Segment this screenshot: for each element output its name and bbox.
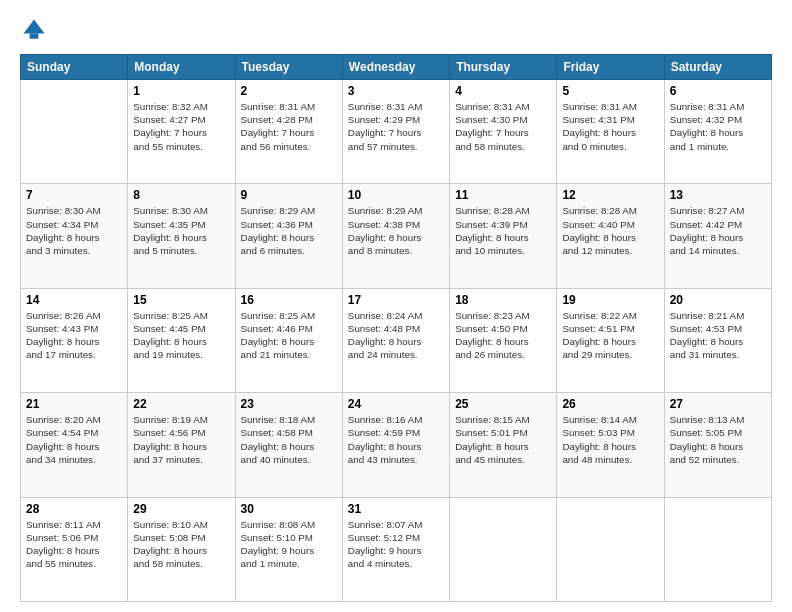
day-number: 2 xyxy=(241,84,337,98)
day-number: 8 xyxy=(133,188,229,202)
calendar-cell: 15Sunrise: 8:25 AMSunset: 4:45 PMDayligh… xyxy=(128,288,235,392)
day-info: Sunrise: 8:31 AMSunset: 4:28 PMDaylight:… xyxy=(241,100,337,153)
calendar-cell: 14Sunrise: 8:26 AMSunset: 4:43 PMDayligh… xyxy=(21,288,128,392)
page: SundayMondayTuesdayWednesdayThursdayFrid… xyxy=(0,0,792,612)
calendar-cell: 31Sunrise: 8:07 AMSunset: 5:12 PMDayligh… xyxy=(342,497,449,601)
day-number: 3 xyxy=(348,84,444,98)
calendar-cell: 12Sunrise: 8:28 AMSunset: 4:40 PMDayligh… xyxy=(557,184,664,288)
svg-marker-0 xyxy=(24,20,45,34)
calendar-cell: 20Sunrise: 8:21 AMSunset: 4:53 PMDayligh… xyxy=(664,288,771,392)
day-info: Sunrise: 8:25 AMSunset: 4:46 PMDaylight:… xyxy=(241,309,337,362)
day-number: 5 xyxy=(562,84,658,98)
day-info: Sunrise: 8:27 AMSunset: 4:42 PMDaylight:… xyxy=(670,204,766,257)
day-info: Sunrise: 8:16 AMSunset: 4:59 PMDaylight:… xyxy=(348,413,444,466)
calendar-cell: 29Sunrise: 8:10 AMSunset: 5:08 PMDayligh… xyxy=(128,497,235,601)
header-cell-saturday: Saturday xyxy=(664,55,771,80)
day-number: 19 xyxy=(562,293,658,307)
calendar-cell: 28Sunrise: 8:11 AMSunset: 5:06 PMDayligh… xyxy=(21,497,128,601)
header xyxy=(20,16,772,44)
calendar-cell: 6Sunrise: 8:31 AMSunset: 4:32 PMDaylight… xyxy=(664,80,771,184)
day-info: Sunrise: 8:31 AMSunset: 4:32 PMDaylight:… xyxy=(670,100,766,153)
header-cell-tuesday: Tuesday xyxy=(235,55,342,80)
logo xyxy=(20,16,52,44)
day-info: Sunrise: 8:08 AMSunset: 5:10 PMDaylight:… xyxy=(241,518,337,571)
day-number: 6 xyxy=(670,84,766,98)
header-cell-friday: Friday xyxy=(557,55,664,80)
calendar-cell: 30Sunrise: 8:08 AMSunset: 5:10 PMDayligh… xyxy=(235,497,342,601)
day-number: 4 xyxy=(455,84,551,98)
day-number: 1 xyxy=(133,84,229,98)
calendar-cell: 26Sunrise: 8:14 AMSunset: 5:03 PMDayligh… xyxy=(557,393,664,497)
day-number: 17 xyxy=(348,293,444,307)
day-number: 13 xyxy=(670,188,766,202)
week-row-1: 7Sunrise: 8:30 AMSunset: 4:34 PMDaylight… xyxy=(21,184,772,288)
day-info: Sunrise: 8:30 AMSunset: 4:35 PMDaylight:… xyxy=(133,204,229,257)
calendar-cell: 2Sunrise: 8:31 AMSunset: 4:28 PMDaylight… xyxy=(235,80,342,184)
day-info: Sunrise: 8:23 AMSunset: 4:50 PMDaylight:… xyxy=(455,309,551,362)
day-number: 28 xyxy=(26,502,122,516)
day-info: Sunrise: 8:21 AMSunset: 4:53 PMDaylight:… xyxy=(670,309,766,362)
day-number: 20 xyxy=(670,293,766,307)
day-number: 27 xyxy=(670,397,766,411)
header-cell-thursday: Thursday xyxy=(450,55,557,80)
calendar-cell: 24Sunrise: 8:16 AMSunset: 4:59 PMDayligh… xyxy=(342,393,449,497)
day-number: 16 xyxy=(241,293,337,307)
week-row-4: 28Sunrise: 8:11 AMSunset: 5:06 PMDayligh… xyxy=(21,497,772,601)
calendar-cell xyxy=(450,497,557,601)
calendar-cell xyxy=(557,497,664,601)
calendar-cell: 27Sunrise: 8:13 AMSunset: 5:05 PMDayligh… xyxy=(664,393,771,497)
week-row-0: 1Sunrise: 8:32 AMSunset: 4:27 PMDaylight… xyxy=(21,80,772,184)
header-cell-sunday: Sunday xyxy=(21,55,128,80)
day-info: Sunrise: 8:10 AMSunset: 5:08 PMDaylight:… xyxy=(133,518,229,571)
day-info: Sunrise: 8:22 AMSunset: 4:51 PMDaylight:… xyxy=(562,309,658,362)
day-number: 12 xyxy=(562,188,658,202)
day-number: 14 xyxy=(26,293,122,307)
calendar-cell: 17Sunrise: 8:24 AMSunset: 4:48 PMDayligh… xyxy=(342,288,449,392)
day-number: 23 xyxy=(241,397,337,411)
week-row-2: 14Sunrise: 8:26 AMSunset: 4:43 PMDayligh… xyxy=(21,288,772,392)
day-info: Sunrise: 8:32 AMSunset: 4:27 PMDaylight:… xyxy=(133,100,229,153)
logo-icon xyxy=(20,16,48,44)
calendar-cell: 9Sunrise: 8:29 AMSunset: 4:36 PMDaylight… xyxy=(235,184,342,288)
calendar-cell: 8Sunrise: 8:30 AMSunset: 4:35 PMDaylight… xyxy=(128,184,235,288)
day-number: 26 xyxy=(562,397,658,411)
day-info: Sunrise: 8:29 AMSunset: 4:38 PMDaylight:… xyxy=(348,204,444,257)
header-cell-monday: Monday xyxy=(128,55,235,80)
calendar-cell: 1Sunrise: 8:32 AMSunset: 4:27 PMDaylight… xyxy=(128,80,235,184)
calendar-cell: 10Sunrise: 8:29 AMSunset: 4:38 PMDayligh… xyxy=(342,184,449,288)
day-info: Sunrise: 8:31 AMSunset: 4:29 PMDaylight:… xyxy=(348,100,444,153)
calendar-cell: 7Sunrise: 8:30 AMSunset: 4:34 PMDaylight… xyxy=(21,184,128,288)
day-number: 25 xyxy=(455,397,551,411)
day-number: 15 xyxy=(133,293,229,307)
day-number: 18 xyxy=(455,293,551,307)
day-number: 7 xyxy=(26,188,122,202)
day-info: Sunrise: 8:30 AMSunset: 4:34 PMDaylight:… xyxy=(26,204,122,257)
day-info: Sunrise: 8:07 AMSunset: 5:12 PMDaylight:… xyxy=(348,518,444,571)
calendar-cell xyxy=(664,497,771,601)
day-info: Sunrise: 8:25 AMSunset: 4:45 PMDaylight:… xyxy=(133,309,229,362)
calendar-table: SundayMondayTuesdayWednesdayThursdayFrid… xyxy=(20,54,772,602)
day-info: Sunrise: 8:13 AMSunset: 5:05 PMDaylight:… xyxy=(670,413,766,466)
day-info: Sunrise: 8:18 AMSunset: 4:58 PMDaylight:… xyxy=(241,413,337,466)
day-number: 24 xyxy=(348,397,444,411)
day-number: 30 xyxy=(241,502,337,516)
calendar-cell: 18Sunrise: 8:23 AMSunset: 4:50 PMDayligh… xyxy=(450,288,557,392)
calendar-cell: 23Sunrise: 8:18 AMSunset: 4:58 PMDayligh… xyxy=(235,393,342,497)
calendar-cell xyxy=(21,80,128,184)
calendar-cell: 16Sunrise: 8:25 AMSunset: 4:46 PMDayligh… xyxy=(235,288,342,392)
header-row: SundayMondayTuesdayWednesdayThursdayFrid… xyxy=(21,55,772,80)
calendar-cell: 5Sunrise: 8:31 AMSunset: 4:31 PMDaylight… xyxy=(557,80,664,184)
day-number: 22 xyxy=(133,397,229,411)
day-info: Sunrise: 8:11 AMSunset: 5:06 PMDaylight:… xyxy=(26,518,122,571)
week-row-3: 21Sunrise: 8:20 AMSunset: 4:54 PMDayligh… xyxy=(21,393,772,497)
calendar-cell: 25Sunrise: 8:15 AMSunset: 5:01 PMDayligh… xyxy=(450,393,557,497)
day-info: Sunrise: 8:24 AMSunset: 4:48 PMDaylight:… xyxy=(348,309,444,362)
calendar-cell: 22Sunrise: 8:19 AMSunset: 4:56 PMDayligh… xyxy=(128,393,235,497)
day-info: Sunrise: 8:14 AMSunset: 5:03 PMDaylight:… xyxy=(562,413,658,466)
calendar-cell: 21Sunrise: 8:20 AMSunset: 4:54 PMDayligh… xyxy=(21,393,128,497)
day-number: 10 xyxy=(348,188,444,202)
calendar-cell: 19Sunrise: 8:22 AMSunset: 4:51 PMDayligh… xyxy=(557,288,664,392)
day-info: Sunrise: 8:29 AMSunset: 4:36 PMDaylight:… xyxy=(241,204,337,257)
day-number: 9 xyxy=(241,188,337,202)
day-number: 11 xyxy=(455,188,551,202)
